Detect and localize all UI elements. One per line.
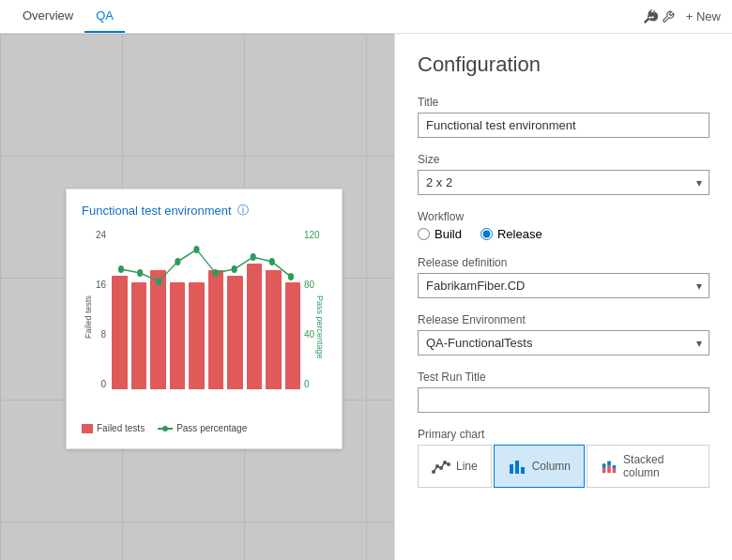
new-button-label: + New bbox=[686, 9, 721, 23]
bar-group bbox=[285, 230, 301, 389]
release-environment-label: Release Environment bbox=[418, 313, 709, 326]
svg-rect-15 bbox=[510, 464, 513, 474]
bar-group bbox=[112, 230, 128, 389]
svg-rect-16 bbox=[515, 461, 519, 474]
y-left-title: Failed tests bbox=[84, 295, 93, 339]
size-label: Size bbox=[418, 153, 709, 166]
line-chart-option[interactable]: Line bbox=[418, 445, 492, 488]
legend-pass-label: Pass percentage bbox=[176, 423, 247, 433]
settings-button[interactable] bbox=[643, 9, 675, 24]
test-run-title-label: Test Run Title bbox=[418, 371, 709, 384]
column-chart-icon bbox=[508, 457, 526, 476]
legend-bar-icon bbox=[82, 424, 93, 433]
bar-group bbox=[227, 230, 243, 389]
bar-group bbox=[170, 230, 186, 389]
svg-rect-17 bbox=[521, 467, 525, 474]
chart-title-text: Functional test environment bbox=[82, 204, 232, 218]
size-field-group: Size 1 x 1 1 x 2 2 x 1 2 x 2 2 x 3 3 x 3 bbox=[418, 153, 709, 195]
chart-area: 24 16 8 0 120 80 40 0 bbox=[82, 230, 327, 417]
release-environment-field-group: Release Environment QA-FunctionalTests bbox=[418, 313, 709, 356]
line-chart-icon bbox=[432, 457, 450, 476]
line-chart-label: Line bbox=[456, 460, 478, 473]
primary-chart-label: Primary chart bbox=[418, 428, 709, 441]
workflow-release-label: Release bbox=[497, 227, 542, 241]
release-environment-select[interactable]: QA-FunctionalTests bbox=[418, 330, 709, 356]
main-content: Functional test environment ⓘ 24 16 8 0 … bbox=[0, 34, 732, 560]
left-panel: Functional test environment ⓘ 24 16 8 0 … bbox=[0, 34, 394, 560]
stacked-column-icon bbox=[601, 457, 618, 476]
stacked-column-chart-option[interactable]: Stacked column bbox=[587, 445, 709, 488]
tab-overview[interactable]: Overview bbox=[11, 0, 84, 33]
config-title: Configuration bbox=[418, 53, 709, 77]
legend-pass-pct: Pass percentage bbox=[158, 423, 247, 433]
legend-line-icon bbox=[158, 428, 173, 430]
svg-point-10 bbox=[432, 470, 435, 474]
size-select[interactable]: 1 x 1 1 x 2 2 x 1 2 x 2 2 x 3 3 x 3 bbox=[418, 170, 709, 195]
wrench-icon-img bbox=[662, 10, 675, 23]
new-button[interactable]: + New bbox=[686, 9, 721, 23]
chart-legend: Failed tests Pass percentage bbox=[82, 423, 327, 433]
y-right-title: Pass percentage bbox=[315, 295, 325, 359]
svg-point-13 bbox=[443, 461, 447, 464]
svg-rect-23 bbox=[613, 465, 617, 469]
svg-rect-20 bbox=[607, 465, 611, 473]
title-input[interactable] bbox=[418, 113, 709, 138]
svg-point-12 bbox=[439, 466, 443, 470]
info-icon[interactable]: ⓘ bbox=[237, 203, 249, 219]
release-definition-field-group: Release definition FabrikamFiber.CD bbox=[418, 256, 709, 298]
test-run-title-field-group: Test Run Title bbox=[418, 371, 709, 413]
workflow-build-radio[interactable] bbox=[418, 228, 430, 240]
workflow-release-option[interactable]: Release bbox=[480, 227, 542, 241]
tab-bar: Overview QA bbox=[11, 0, 125, 33]
size-select-wrapper: 1 x 1 1 x 2 2 x 1 2 x 2 2 x 3 3 x 3 bbox=[418, 170, 709, 195]
title-field-group: Title bbox=[418, 96, 709, 138]
workflow-release-radio[interactable] bbox=[480, 228, 493, 240]
primary-chart-options: Line Column bbox=[418, 445, 709, 488]
title-label: Title bbox=[418, 96, 709, 109]
workflow-build-label: Build bbox=[435, 227, 462, 241]
header: Overview QA + New bbox=[0, 0, 732, 34]
primary-chart-field-group: Primary chart Line bbox=[418, 428, 709, 488]
svg-rect-21 bbox=[607, 462, 611, 466]
bar-group bbox=[247, 230, 263, 389]
stacked-column-label: Stacked column bbox=[623, 453, 695, 479]
workflow-build-option[interactable]: Build bbox=[418, 227, 462, 241]
header-actions: + New bbox=[643, 9, 721, 24]
bar-group bbox=[150, 230, 166, 389]
bar-group bbox=[131, 230, 147, 389]
svg-point-14 bbox=[447, 462, 450, 466]
bars-container bbox=[112, 230, 300, 389]
release-environment-select-wrapper: QA-FunctionalTests bbox=[418, 330, 709, 356]
workflow-options: Build Release bbox=[418, 227, 709, 241]
svg-rect-22 bbox=[613, 469, 617, 474]
column-chart-label: Column bbox=[532, 460, 571, 473]
right-panel: Configuration Title Size 1 x 1 1 x 2 2 x… bbox=[394, 34, 732, 560]
wrench-icon bbox=[643, 9, 658, 24]
chart-title: Functional test environment ⓘ bbox=[82, 203, 327, 219]
release-definition-select[interactable]: FabrikamFiber.CD bbox=[418, 273, 709, 298]
workflow-label: Workflow bbox=[418, 210, 709, 223]
svg-rect-19 bbox=[602, 463, 606, 468]
bar-group bbox=[208, 230, 224, 389]
svg-point-11 bbox=[435, 464, 439, 468]
bar-group bbox=[189, 230, 205, 389]
tab-qa[interactable]: QA bbox=[84, 0, 125, 33]
chart-card: Functional test environment ⓘ 24 16 8 0 … bbox=[66, 189, 343, 449]
workflow-field-group: Workflow Build Release bbox=[418, 210, 709, 241]
column-chart-option[interactable]: Column bbox=[494, 445, 585, 488]
svg-rect-18 bbox=[602, 468, 606, 473]
release-definition-select-wrapper: FabrikamFiber.CD bbox=[418, 273, 709, 298]
legend-failed-label: Failed tests bbox=[97, 423, 145, 433]
release-definition-label: Release definition bbox=[418, 256, 709, 269]
test-run-title-input[interactable] bbox=[418, 387, 709, 413]
bar-group bbox=[266, 230, 282, 389]
legend-failed-tests: Failed tests bbox=[82, 423, 145, 433]
